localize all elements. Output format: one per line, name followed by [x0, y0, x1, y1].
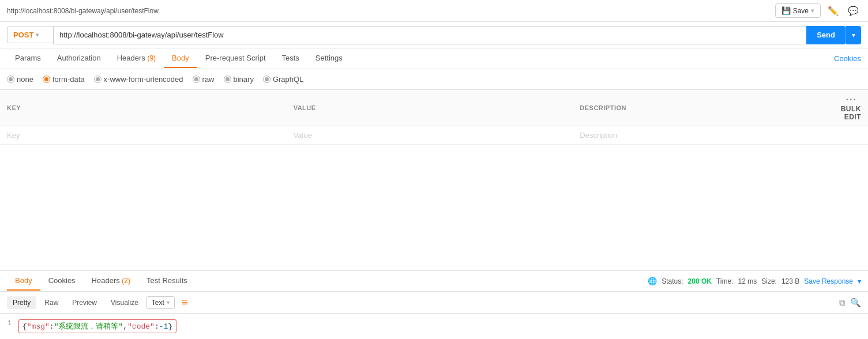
response-status-bar: 🌐 Status: 200 OK Time: 12 ms Size: 123 B… [648, 277, 861, 285]
cookies-link[interactable]: Cookies [834, 50, 861, 67]
tab-body[interactable]: Body [164, 49, 197, 68]
option-form-data-label: form-data [52, 75, 85, 84]
params-table: KEY VALUE DESCRIPTION ··· Bulk Edit Key [0, 90, 868, 145]
json-key-msg: "msg" [27, 322, 50, 331]
col-value-header: VALUE [287, 90, 573, 126]
option-urlencoded[interactable]: x-www-form-urlencoded [94, 75, 183, 84]
response-tab-cookies[interactable]: Cookies [40, 272, 84, 291]
radio-form-data [43, 76, 50, 83]
radio-none [7, 76, 14, 83]
text-selector-label: Text [152, 299, 164, 307]
line-number-1: 1 [2, 319, 18, 327]
response-tabs-left: Body Cookies Headers (2) Test Results [7, 272, 196, 291]
key-cell[interactable]: Key [0, 126, 287, 145]
radio-raw [193, 76, 200, 83]
value-placeholder: Value [294, 131, 312, 140]
response-line-1: 1 {"msg":"系统限流，请稍等","code":-1} [2, 318, 868, 334]
response-tab-body[interactable]: Body [7, 272, 40, 291]
radio-urlencoded [94, 76, 102, 83]
response-tabs-bar: Body Cookies Headers (2) Test Results 🌐 … [0, 271, 868, 292]
app-container: http://localhost:8008/bi-gateway/api/use… [0, 0, 868, 339]
option-none-label: none [17, 75, 33, 84]
json-colon-1: : [50, 322, 54, 331]
option-raw-label: raw [202, 75, 215, 84]
format-tab-raw[interactable]: Raw [39, 296, 64, 309]
radio-binary [224, 76, 231, 83]
option-none[interactable]: none [7, 75, 33, 84]
save-disk-icon: 💾 [781, 6, 791, 15]
col-key-header: KEY [0, 90, 287, 126]
edit-icon-button[interactable]: ✏️ [825, 3, 841, 18]
params-table-section: KEY VALUE DESCRIPTION ··· Bulk Edit Key [0, 90, 868, 145]
json-value-msg: "系统限流，请稍等" [54, 322, 123, 331]
title-bar-url: http://localhost:8008/bi-gateway/api/use… [7, 7, 159, 15]
description-cell[interactable]: Description [573, 126, 833, 145]
title-bar-actions: 💾 Save ▾ ✏️ 💬 [775, 3, 861, 18]
text-selector[interactable]: Text ▾ [146, 296, 175, 309]
text-dropdown-icon: ▾ [167, 299, 170, 306]
option-graphql[interactable]: GraphQL [263, 75, 303, 84]
tab-params[interactable]: Params [7, 49, 49, 68]
request-tabs: Params Authorization Headers (9) Body Pr… [0, 48, 868, 69]
status-label: Status: [662, 277, 683, 285]
wrap-icon-button[interactable]: ≡ [182, 296, 188, 308]
method-selector[interactable]: POST ▾ [7, 27, 53, 43]
bulk-edit-button[interactable]: Bulk Edit [841, 105, 861, 121]
tab-authorization[interactable]: Authorization [49, 49, 109, 68]
send-button[interactable]: Send [806, 26, 846, 44]
key-placeholder: Key [7, 131, 20, 140]
send-dropdown-icon: ▾ [852, 31, 855, 39]
save-button[interactable]: 💾 Save ▾ [775, 3, 821, 18]
size-value: 123 B [781, 277, 799, 285]
tab-settings[interactable]: Settings [307, 49, 351, 68]
response-section: Body Cookies Headers (2) Test Results 🌐 … [0, 270, 868, 339]
method-label: POST [13, 31, 33, 39]
response-tab-test-results[interactable]: Test Results [138, 272, 196, 291]
option-binary[interactable]: binary [224, 75, 254, 84]
option-urlencoded-label: x-www-form-urlencoded [104, 75, 183, 84]
format-tab-pretty[interactable]: Pretty [7, 296, 36, 309]
save-response-dropdown-icon[interactable]: ▾ [858, 277, 861, 285]
option-graphql-label: GraphQL [273, 75, 303, 84]
json-comma-1: , [123, 322, 127, 331]
time-label: Time: [716, 277, 734, 285]
option-binary-label: binary [234, 75, 254, 84]
table-header-row: KEY VALUE DESCRIPTION ··· Bulk Edit [0, 90, 868, 126]
json-value-code: -1 [159, 322, 168, 331]
value-cell[interactable]: Value [287, 126, 573, 145]
headers-badge: (9) [147, 54, 156, 62]
radio-graphql [263, 76, 270, 83]
comment-icon-button[interactable]: 💬 [846, 3, 861, 18]
request-tabs-left: Params Authorization Headers (9) Body Pr… [7, 49, 351, 68]
time-value: 12 ms [738, 277, 757, 285]
save-label: Save [793, 7, 809, 15]
globe-icon: 🌐 [648, 277, 657, 285]
col-description-header: DESCRIPTION [573, 90, 833, 126]
json-close-brace: } [168, 322, 172, 331]
tab-tests[interactable]: Tests [274, 49, 307, 68]
url-input[interactable] [53, 26, 806, 44]
response-body: 1 {"msg":"系统限流，请稍等","code":-1} [0, 314, 868, 339]
search-button[interactable]: 🔍 [850, 297, 861, 308]
json-colon-2: : [155, 322, 159, 331]
more-options-icon[interactable]: ··· [846, 95, 857, 104]
title-bar: http://localhost:8008/bi-gateway/api/use… [0, 0, 868, 22]
actions-cell [833, 126, 868, 145]
response-code-box: {"msg":"系统限流，请稍等","code":-1} [18, 319, 176, 333]
table-row: Key Value Description [0, 126, 868, 145]
format-tab-visualize[interactable]: Visualize [105, 296, 144, 309]
tab-headers[interactable]: Headers (9) [109, 49, 164, 68]
tab-prerequest[interactable]: Pre-request Script [197, 49, 274, 68]
description-placeholder: Description [580, 131, 617, 140]
option-form-data[interactable]: form-data [43, 75, 85, 84]
size-label: Size: [761, 277, 777, 285]
copy-button[interactable]: ⧉ [839, 297, 846, 308]
format-tab-preview[interactable]: Preview [66, 296, 103, 309]
response-format-bar: Pretty Raw Preview Visualize Text ▾ ≡ ⧉ … [0, 292, 868, 314]
option-raw[interactable]: raw [193, 75, 215, 84]
col-actions-header: ··· Bulk Edit [833, 90, 868, 126]
response-tab-headers[interactable]: Headers (2) [84, 272, 138, 291]
save-response-button[interactable]: Save Response [804, 277, 853, 285]
send-dropdown-button[interactable]: ▾ [846, 26, 861, 44]
json-open-brace: { [22, 322, 27, 331]
